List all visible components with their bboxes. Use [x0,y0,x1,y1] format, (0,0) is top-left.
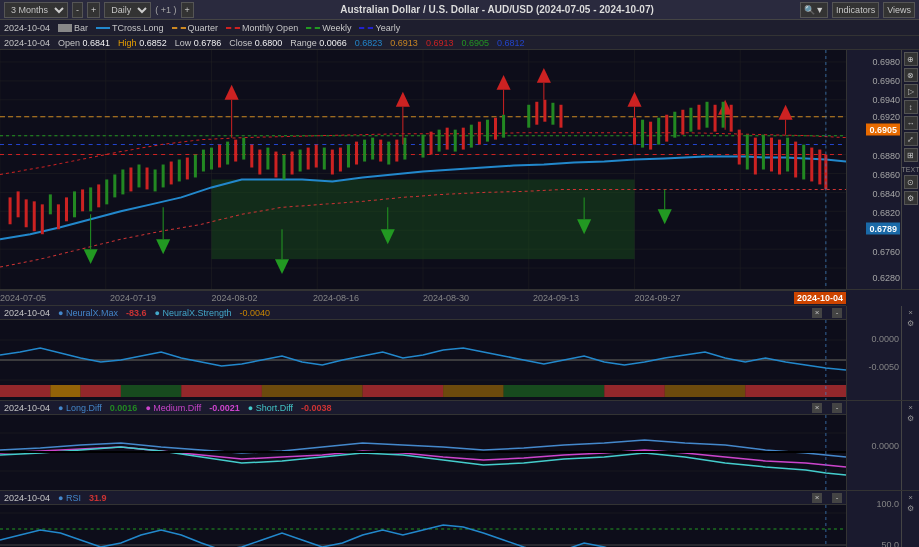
neuralx-date: 2024-10-04 [4,308,50,318]
views-btn[interactable]: Views [883,2,915,18]
legend-quarter: Quarter [172,23,219,33]
diff-y-0: 0.0000 [871,441,899,451]
diff-long-label: ● Long.Diff [58,403,102,413]
rsi-y-50: 50.0 [881,540,899,547]
period-minus-btn[interactable]: - [72,2,83,18]
neuralx-panel-right: × ⚙ [901,306,919,400]
price-0.6860: 0.6860 [872,170,900,180]
price-0.6280: 0.6280 [872,273,900,283]
search-btn[interactable]: 🔍▼ [800,2,828,18]
yearly-val: 0.6812 [497,38,525,48]
diff-long-val: 0.0016 [110,403,138,413]
ohlc-row: 2024-10-04 Open 0.6841 High 0.6852 Low 0… [0,36,919,50]
svg-rect-22 [212,179,635,259]
tcross-val: 0.6823 [355,38,383,48]
neuralx-panel-x-btn[interactable]: × [812,308,822,318]
neuralx-close-icon[interactable]: × [908,308,913,317]
range-label: Range 0.0066 [290,38,347,48]
diff-panel-header: 2024-10-04 ● Long.Diff 0.0016 ● Medium.D… [0,401,846,415]
svg-rect-154 [121,385,181,397]
main-chart[interactable] [0,50,846,289]
rsi-yaxis: 100.0 50.0 0.0 [846,491,901,547]
diff-short-val: -0.0038 [301,403,332,413]
svg-rect-151 [0,385,50,397]
legend-monthly-open: Monthly Open [226,23,298,33]
diff-close-icon[interactable]: × [908,403,913,412]
toolbar-icon-8[interactable]: ⊙ [904,175,918,189]
rsi-panel-header: 2024-10-04 ● RSI 31.9 × - [0,491,846,505]
svg-rect-159 [504,385,605,397]
price-0.6960: 0.6960 [872,76,900,86]
count-label: ( +1 ) [155,5,176,15]
time-label-4: 2024-08-30 [423,293,469,303]
svg-rect-158 [443,385,503,397]
neuralx-panel-minus-btn[interactable]: - [832,308,842,318]
svg-rect-152 [50,385,80,397]
time-label-0: 2024-07-05 [0,293,46,303]
diff-panel-minus-btn[interactable]: - [832,403,842,413]
diff-chart[interactable]: 2024-10-04 ● Long.Diff 0.0016 ● Medium.D… [0,401,846,490]
toolbar-icon-5[interactable]: ↔ [904,116,918,130]
quarter-val: 0.6913 [390,38,418,48]
interval-select[interactable]: Daily [104,2,151,18]
toolbar-icon-2[interactable]: ⊗ [904,68,918,82]
neuralx-strength-val: -0.0040 [240,308,271,318]
time-label-6: 2024-09-27 [635,293,681,303]
time-label-3: 2024-08-16 [313,293,359,303]
legend-date: 2024-10-04 [4,23,50,33]
price-0.6980: 0.6980 [872,57,900,67]
toolbar-icon-7[interactable]: ⊞ [904,148,918,162]
neuralx-settings-icon[interactable]: ⚙ [907,319,914,328]
toolbar-icon-9[interactable]: ⚙ [904,191,918,205]
add-indicator-btn[interactable]: + [181,2,194,18]
price-highlight-blue: 0.6789 [866,222,900,233]
price-0.6760: 0.6760 [872,247,900,257]
rsi-label: ● RSI [58,493,81,503]
toolbar-icon-6[interactable]: ⤢ [904,132,918,146]
rsi-settings-icon[interactable]: ⚙ [907,504,914,513]
toolbar: 3 Months - + Daily ( +1 ) + Australian D… [0,0,919,20]
low-label: Low 0.6786 [175,38,222,48]
rsi-date: 2024-10-04 [4,493,50,503]
neuralx-chart[interactable]: 2024-10-04 ● NeuralX.Max -83.6 ● NeuralX… [0,306,846,400]
rsi-panel-x-btn[interactable]: × [812,493,822,503]
diff-panel-x-btn[interactable]: × [812,403,822,413]
rsi-chart[interactable]: 2024-10-04 ● RSI 31.9 × - [0,491,846,547]
period-plus-btn[interactable]: + [87,2,100,18]
close-label: Close 0.6800 [229,38,282,48]
toolbar-icon-4[interactable]: ↕ [904,100,918,114]
time-label-2: 2024-08-02 [212,293,258,303]
rsi-close-icon[interactable]: × [908,493,913,502]
svg-rect-156 [262,385,363,397]
chart-title: Australian Dollar / U.S. Dollar - AUD/US… [198,4,796,15]
rsi-y-100: 100.0 [876,499,899,509]
indicators-btn[interactable]: Indicators [832,2,879,18]
neuralx-strength-label: ● NeuralX.Strength [155,308,232,318]
svg-rect-157 [363,385,444,397]
close-val: 0.6800 [255,38,283,48]
rsi-val: 31.9 [89,493,107,503]
legend-tcross: TCross.Long [96,23,164,33]
time-label-current: 2024-10-04 [794,292,846,304]
rsi-panel: 2024-10-04 ● RSI 31.9 × - 100.0 50.0 [0,491,919,547]
time-label-1: 2024-07-19 [110,293,156,303]
weekly-val: 0.6905 [461,38,489,48]
period-select[interactable]: 3 Months [4,2,68,18]
price-0.6840: 0.6840 [872,189,900,199]
neuralx-yaxis: 0.0000 -0.0050 [846,306,901,400]
toolbar-icon-3[interactable]: ▷ [904,84,918,98]
neuralx-y-minus: -0.0050 [868,362,899,372]
toolbar-icon-1[interactable]: ⊕ [904,52,918,66]
diff-med-val: -0.0021 [209,403,240,413]
ohlc-date: 2024-10-04 [4,38,50,48]
rsi-panel-minus-btn[interactable]: - [832,493,842,503]
svg-rect-153 [81,385,121,397]
neuralx-max-label: ● NeuralX.Max [58,308,118,318]
diff-settings-icon[interactable]: ⚙ [907,414,914,423]
legend-weekly: Weekly [306,23,351,33]
diff-panel: 2024-10-04 ● Long.Diff 0.0016 ● Medium.D… [0,401,919,491]
main-chart-svg [0,50,846,289]
open-label: Open 0.6841 [58,38,110,48]
legend-row: 2024-10-04 Bar TCross.Long Quarter Month… [0,20,919,36]
neuralx-panel: 2024-10-04 ● NeuralX.Max -83.6 ● NeuralX… [0,306,919,401]
